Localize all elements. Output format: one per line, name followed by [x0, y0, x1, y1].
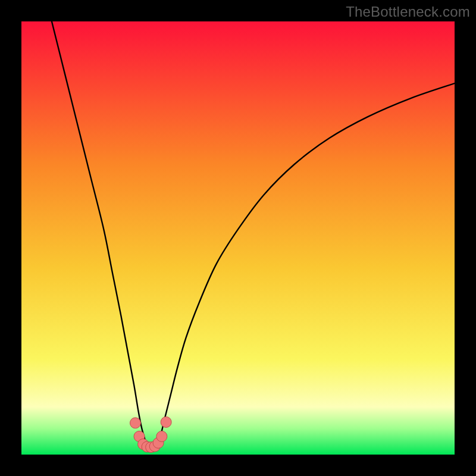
plot-area	[21, 21, 455, 455]
chart-svg	[21, 21, 455, 455]
watermark-text: TheBottleneck.com	[346, 4, 470, 20]
outer-frame: TheBottleneck.com	[0, 0, 476, 476]
marker-dot	[161, 416, 171, 427]
gradient-background	[21, 21, 455, 455]
marker-dot	[156, 431, 167, 441]
marker-dot	[130, 418, 140, 428]
